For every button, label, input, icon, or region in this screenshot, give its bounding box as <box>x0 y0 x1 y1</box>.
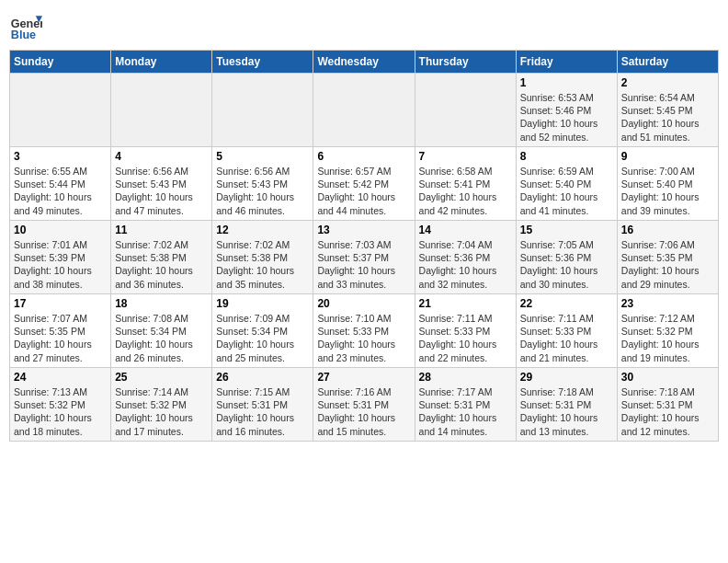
calendar-cell: 17Sunrise: 7:07 AM Sunset: 5:35 PM Dayli… <box>10 294 111 368</box>
day-number: 4 <box>115 150 208 163</box>
calendar-cell: 27Sunrise: 7:16 AM Sunset: 5:31 PM Dayli… <box>313 368 415 442</box>
day-info: Sunrise: 7:14 AM Sunset: 5:32 PM Dayligh… <box>115 385 208 438</box>
day-number: 23 <box>621 297 714 310</box>
calendar-cell: 4Sunrise: 6:56 AM Sunset: 5:43 PM Daylig… <box>111 147 212 221</box>
calendar-cell: 26Sunrise: 7:15 AM Sunset: 5:31 PM Dayli… <box>212 368 313 442</box>
day-info: Sunrise: 7:02 AM Sunset: 5:38 PM Dayligh… <box>115 238 208 291</box>
day-number: 27 <box>317 371 410 384</box>
calendar-cell: 19Sunrise: 7:09 AM Sunset: 5:34 PM Dayli… <box>212 294 313 368</box>
day-number: 19 <box>216 297 309 310</box>
weekday-header-saturday: Saturday <box>617 51 718 74</box>
logo: General Blue <box>9 9 46 42</box>
calendar-cell: 13Sunrise: 7:03 AM Sunset: 5:37 PM Dayli… <box>313 221 415 294</box>
calendar-cell: 29Sunrise: 7:18 AM Sunset: 5:31 PM Dayli… <box>516 368 617 442</box>
day-number: 26 <box>216 371 309 384</box>
calendar-cell: 5Sunrise: 6:56 AM Sunset: 5:43 PM Daylig… <box>212 147 313 221</box>
day-number: 15 <box>520 224 613 236</box>
day-info: Sunrise: 7:16 AM Sunset: 5:31 PM Dayligh… <box>317 385 410 438</box>
day-number: 24 <box>14 371 107 384</box>
day-info: Sunrise: 7:04 AM Sunset: 5:36 PM Dayligh… <box>419 238 512 291</box>
calendar-week-row: 1Sunrise: 6:53 AM Sunset: 5:46 PM Daylig… <box>10 74 719 147</box>
day-number: 9 <box>621 150 714 163</box>
calendar-cell: 28Sunrise: 7:17 AM Sunset: 5:31 PM Dayli… <box>415 368 516 442</box>
day-number: 13 <box>317 224 410 236</box>
day-number: 5 <box>216 150 309 163</box>
day-number: 12 <box>216 224 309 236</box>
calendar-cell: 8Sunrise: 6:59 AM Sunset: 5:40 PM Daylig… <box>516 147 617 221</box>
day-number: 21 <box>419 297 512 310</box>
day-info: Sunrise: 7:07 AM Sunset: 5:35 PM Dayligh… <box>14 312 107 364</box>
day-number: 30 <box>621 371 714 384</box>
day-number: 16 <box>621 224 714 236</box>
calendar-cell: 20Sunrise: 7:10 AM Sunset: 5:33 PM Dayli… <box>313 294 415 368</box>
calendar-table: SundayMondayTuesdayWednesdayThursdayFrid… <box>9 50 719 442</box>
day-number: 20 <box>317 297 410 310</box>
calendar-cell: 23Sunrise: 7:12 AM Sunset: 5:32 PM Dayli… <box>617 294 718 368</box>
day-info: Sunrise: 7:05 AM Sunset: 5:36 PM Dayligh… <box>520 238 613 291</box>
svg-text:Blue: Blue <box>11 29 36 41</box>
day-number: 8 <box>520 150 613 163</box>
calendar-week-row: 10Sunrise: 7:01 AM Sunset: 5:39 PM Dayli… <box>10 221 719 294</box>
day-number: 11 <box>115 224 208 236</box>
day-number: 10 <box>14 224 107 236</box>
day-info: Sunrise: 6:56 AM Sunset: 5:43 PM Dayligh… <box>115 165 208 217</box>
day-info: Sunrise: 7:12 AM Sunset: 5:32 PM Dayligh… <box>621 312 714 364</box>
day-info: Sunrise: 7:06 AM Sunset: 5:35 PM Dayligh… <box>621 238 714 291</box>
calendar-cell: 3Sunrise: 6:55 AM Sunset: 5:44 PM Daylig… <box>10 147 111 221</box>
weekday-header-wednesday: Wednesday <box>313 51 415 74</box>
calendar-cell <box>10 74 111 147</box>
calendar-cell <box>415 74 516 147</box>
day-info: Sunrise: 6:59 AM Sunset: 5:40 PM Dayligh… <box>520 165 613 217</box>
weekday-header-sunday: Sunday <box>10 51 111 74</box>
day-info: Sunrise: 6:53 AM Sunset: 5:46 PM Dayligh… <box>520 91 613 144</box>
day-number: 17 <box>14 297 107 310</box>
weekday-header-friday: Friday <box>516 51 617 74</box>
calendar-cell: 16Sunrise: 7:06 AM Sunset: 5:35 PM Dayli… <box>617 221 718 294</box>
calendar-cell: 25Sunrise: 7:14 AM Sunset: 5:32 PM Dayli… <box>111 368 212 442</box>
calendar-cell <box>313 74 415 147</box>
day-number: 7 <box>419 150 512 163</box>
day-number: 3 <box>14 150 107 163</box>
calendar-cell: 2Sunrise: 6:54 AM Sunset: 5:45 PM Daylig… <box>617 74 718 147</box>
calendar-cell: 21Sunrise: 7:11 AM Sunset: 5:33 PM Dayli… <box>415 294 516 368</box>
calendar-cell: 7Sunrise: 6:58 AM Sunset: 5:41 PM Daylig… <box>415 147 516 221</box>
calendar-cell: 18Sunrise: 7:08 AM Sunset: 5:34 PM Dayli… <box>111 294 212 368</box>
day-info: Sunrise: 7:11 AM Sunset: 5:33 PM Dayligh… <box>419 312 512 364</box>
weekday-header-row: SundayMondayTuesdayWednesdayThursdayFrid… <box>10 51 719 74</box>
calendar-week-row: 3Sunrise: 6:55 AM Sunset: 5:44 PM Daylig… <box>10 147 719 221</box>
calendar-cell <box>111 74 212 147</box>
calendar-cell: 30Sunrise: 7:18 AM Sunset: 5:31 PM Dayli… <box>617 368 718 442</box>
day-number: 22 <box>520 297 613 310</box>
calendar-cell <box>212 74 313 147</box>
day-number: 29 <box>520 371 613 384</box>
calendar-week-row: 17Sunrise: 7:07 AM Sunset: 5:35 PM Dayli… <box>10 294 719 368</box>
calendar-cell: 15Sunrise: 7:05 AM Sunset: 5:36 PM Dayli… <box>516 221 617 294</box>
day-info: Sunrise: 6:55 AM Sunset: 5:44 PM Dayligh… <box>14 165 107 217</box>
calendar-week-row: 24Sunrise: 7:13 AM Sunset: 5:32 PM Dayli… <box>10 368 719 442</box>
day-number: 6 <box>317 150 410 163</box>
weekday-header-monday: Monday <box>111 51 212 74</box>
day-info: Sunrise: 7:18 AM Sunset: 5:31 PM Dayligh… <box>621 385 714 438</box>
logo-icon: General Blue <box>9 9 42 42</box>
calendar-cell: 10Sunrise: 7:01 AM Sunset: 5:39 PM Dayli… <box>10 221 111 294</box>
day-info: Sunrise: 7:01 AM Sunset: 5:39 PM Dayligh… <box>14 238 107 291</box>
day-info: Sunrise: 6:56 AM Sunset: 5:43 PM Dayligh… <box>216 165 309 217</box>
calendar-cell: 14Sunrise: 7:04 AM Sunset: 5:36 PM Dayli… <box>415 221 516 294</box>
day-info: Sunrise: 7:02 AM Sunset: 5:38 PM Dayligh… <box>216 238 309 291</box>
day-number: 28 <box>419 371 512 384</box>
day-number: 18 <box>115 297 208 310</box>
day-info: Sunrise: 7:00 AM Sunset: 5:40 PM Dayligh… <box>621 165 714 217</box>
day-info: Sunrise: 7:13 AM Sunset: 5:32 PM Dayligh… <box>14 385 107 438</box>
calendar-cell: 22Sunrise: 7:11 AM Sunset: 5:33 PM Dayli… <box>516 294 617 368</box>
day-info: Sunrise: 7:10 AM Sunset: 5:33 PM Dayligh… <box>317 312 410 364</box>
calendar-cell: 6Sunrise: 6:57 AM Sunset: 5:42 PM Daylig… <box>313 147 415 221</box>
day-info: Sunrise: 7:15 AM Sunset: 5:31 PM Dayligh… <box>216 385 309 438</box>
day-info: Sunrise: 7:08 AM Sunset: 5:34 PM Dayligh… <box>115 312 208 364</box>
day-info: Sunrise: 7:11 AM Sunset: 5:33 PM Dayligh… <box>520 312 613 364</box>
day-info: Sunrise: 7:03 AM Sunset: 5:37 PM Dayligh… <box>317 238 410 291</box>
calendar-cell: 9Sunrise: 7:00 AM Sunset: 5:40 PM Daylig… <box>617 147 718 221</box>
day-number: 2 <box>621 76 714 89</box>
calendar-cell: 12Sunrise: 7:02 AM Sunset: 5:38 PM Dayli… <box>212 221 313 294</box>
day-info: Sunrise: 7:18 AM Sunset: 5:31 PM Dayligh… <box>520 385 613 438</box>
weekday-header-thursday: Thursday <box>415 51 516 74</box>
